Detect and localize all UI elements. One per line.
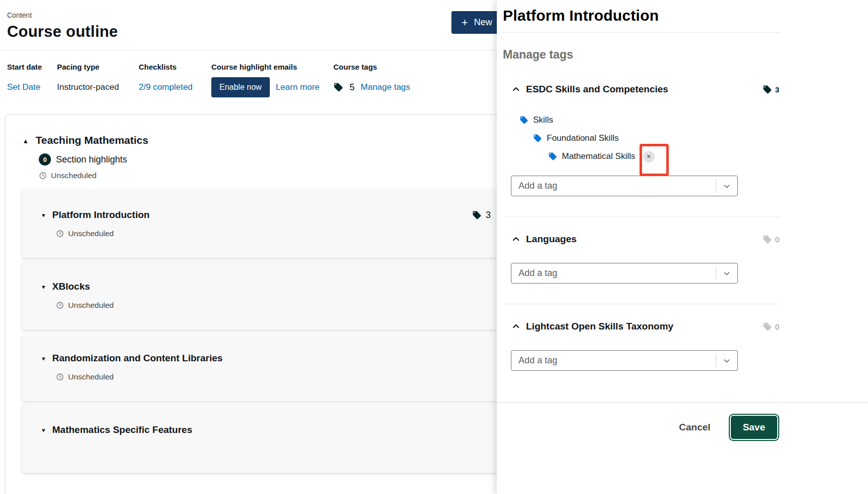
subsection-list: ▾ Platform Introduction 3 Unscheduled <box>22 189 503 473</box>
add-tag-input[interactable] <box>511 181 716 191</box>
subsection-schedule: Unscheduled <box>68 229 113 238</box>
subsection-card-platform-introduction: ▾ Platform Introduction 3 Unscheduled <box>22 189 503 258</box>
expand-subsection-caret-icon[interactable]: ▾ <box>42 284 45 290</box>
pacing-value: Instructor-paced <box>57 82 119 92</box>
pacing-label: Pacing type <box>57 63 139 71</box>
taxonomy-tag-count: 3 <box>763 85 780 94</box>
taxonomy-lightcast: Lightcast Open Skills Taxonomy 0 <box>503 321 780 371</box>
chevron-down-icon[interactable] <box>716 351 737 370</box>
expand-subsection-caret-icon[interactable]: ▾ <box>42 427 45 433</box>
tag-icon <box>548 152 557 161</box>
collapse-section-caret-icon[interactable]: ▴ <box>24 137 28 144</box>
section-header: ▴ Teaching Mathematics 0 Section highlig… <box>6 134 519 180</box>
taxonomy-tag-count: 0 <box>763 235 780 244</box>
subsection-card-math-features: ▾ Mathematics Specific Features <box>22 404 503 473</box>
add-tag-combobox <box>511 263 738 284</box>
divider <box>503 32 780 33</box>
collapse-taxonomy-chevron-icon[interactable] <box>511 84 521 94</box>
cancel-button[interactable]: Cancel <box>676 416 713 439</box>
taxonomy-name: ESDC Skills and Competencies <box>526 84 668 95</box>
applied-tag: Foundational Skills <box>533 129 780 147</box>
drawer-footer: Cancel Save <box>497 402 868 494</box>
collapse-taxonomy-chevron-icon[interactable] <box>511 321 521 332</box>
subsection-title[interactable]: Randomization and Content Libraries <box>52 353 223 364</box>
add-tag-combobox <box>511 350 738 371</box>
save-button[interactable]: Save <box>731 416 777 439</box>
tag-icon <box>763 322 772 332</box>
clock-icon <box>39 172 47 180</box>
start-date-label: Start date <box>7 63 57 71</box>
tag-count-value: 3 <box>486 210 491 221</box>
collapse-taxonomy-chevron-icon[interactable] <box>511 234 521 244</box>
taxonomy-languages: Languages 0 <box>503 234 780 284</box>
taxonomy-name: Languages <box>526 234 576 245</box>
tag-icon <box>472 210 482 220</box>
tag-label: Mathematical Skills <box>562 151 635 161</box>
subsection-title[interactable]: Mathematics Specific Features <box>52 424 193 435</box>
expand-subsection-caret-icon[interactable]: ▾ <box>42 212 45 218</box>
plus-icon: + <box>461 17 468 28</box>
clock-icon <box>56 301 64 309</box>
course-tag-count: 5 <box>350 82 355 93</box>
highlights-count-badge: 0 <box>39 153 51 166</box>
highlight-emails-label: Course highlight emails <box>211 63 333 71</box>
divider <box>503 216 780 217</box>
taxonomy-name: Lightcast Open Skills Taxonomy <box>526 321 673 332</box>
manage-tags-link[interactable]: Manage tags <box>361 82 410 92</box>
subsection-schedule: Unscheduled <box>68 372 113 381</box>
chevron-down-icon[interactable] <box>716 176 737 196</box>
subsection-tag-count: 3 <box>472 210 491 221</box>
tag-icon <box>533 134 542 143</box>
meta-pacing: Pacing type Instructor-paced <box>57 63 139 97</box>
chevron-down-icon[interactable] <box>716 263 737 283</box>
manage-tags-heading: Manage tags <box>503 48 780 62</box>
subsection-title[interactable]: XBlocks <box>52 281 90 292</box>
meta-start-date: Start date Set Date <box>7 63 57 97</box>
subsection-card-xblocks: ▾ XBlocks Unscheduled <box>22 261 503 330</box>
tag-icon <box>763 85 772 94</box>
tag-icon <box>763 235 772 244</box>
clock-icon <box>56 373 64 381</box>
drawer-title: Platform Introduction <box>503 7 780 24</box>
enable-now-button[interactable]: Enable now <box>211 77 270 97</box>
taxonomy-esdc: ESDC Skills and Competencies 3 Skills <box>503 84 780 196</box>
taxonomy-count-value: 0 <box>775 322 779 331</box>
subsection-schedule: Unscheduled <box>68 301 113 310</box>
taxonomy-count-value: 0 <box>775 235 779 244</box>
add-tag-combobox <box>511 176 738 196</box>
section-schedule: Unscheduled <box>51 171 96 180</box>
applied-tag: Mathematical Skills ✕ <box>548 147 780 166</box>
meta-highlight-emails: Course highlight emails Enable now Learn… <box>211 63 333 97</box>
section-title[interactable]: Teaching Mathematics <box>36 134 149 146</box>
tag-icon <box>519 116 529 125</box>
applied-tag-tree: Skills Foundational Skills Mathematical … <box>511 111 780 166</box>
manage-tags-drawer: Platform Introduction Manage tags ESDC S… <box>497 0 868 494</box>
section-highlights-label[interactable]: Section highlights <box>56 154 127 165</box>
remove-tag-button[interactable]: ✕ <box>643 151 655 162</box>
tag-label: Skills <box>533 115 553 125</box>
add-tag-input[interactable] <box>511 268 716 279</box>
meta-checklists: Checklists 2/9 completed <box>139 63 211 97</box>
tag-icon <box>333 82 343 92</box>
section-card: ▴ Teaching Mathematics 0 Section highlig… <box>5 115 519 494</box>
checklists-label: Checklists <box>139 63 211 71</box>
learn-more-link[interactable]: Learn more <box>276 82 320 92</box>
expand-subsection-caret-icon[interactable]: ▾ <box>42 355 45 362</box>
add-tag-input[interactable] <box>511 355 716 366</box>
divider <box>503 304 780 304</box>
tag-label: Foundational Skills <box>547 133 619 143</box>
taxonomy-count-value: 3 <box>775 85 779 94</box>
subsection-title[interactable]: Platform Introduction <box>52 209 150 221</box>
checklists-link[interactable]: 2/9 completed <box>139 82 193 92</box>
taxonomy-tag-count: 0 <box>763 322 780 332</box>
new-button-label: New <box>474 17 492 28</box>
set-date-link[interactable]: Set Date <box>7 82 40 92</box>
subsection-card-randomization: ▾ Randomization and Content Libraries Un… <box>22 333 503 401</box>
applied-tag: Skills <box>519 111 780 129</box>
clock-icon <box>56 230 64 238</box>
